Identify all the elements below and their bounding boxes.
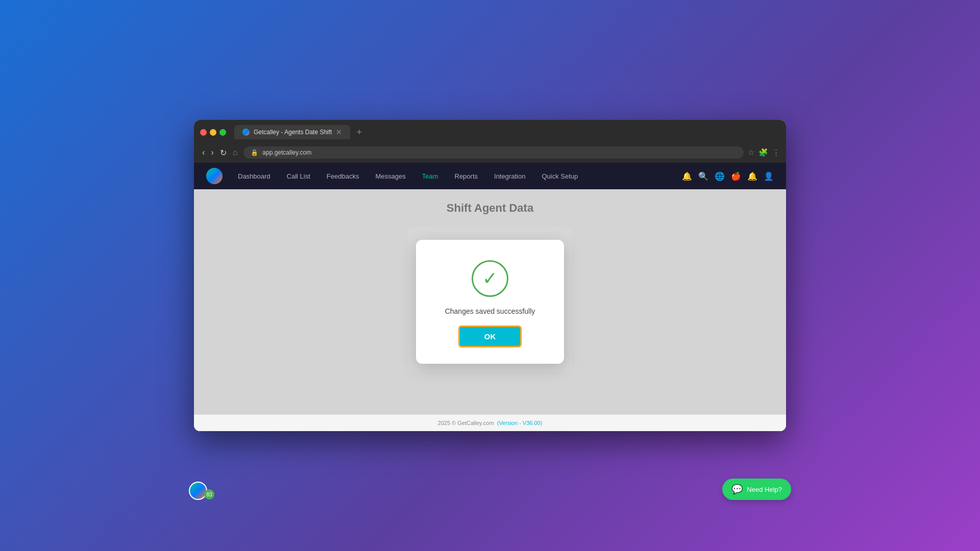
apple-icon[interactable]: 🍎 (731, 171, 741, 181)
browser-toolbar: ‹ › ↻ ⌂ 🔒 app.getcalley.com ☆ 🧩 ⋮ (194, 143, 786, 163)
nav-item-messages[interactable]: Messages (368, 169, 412, 183)
browser-titlebar: Getcalley - Agents Date Shift ✕ + (194, 120, 786, 143)
app-footer: 2025 © GetCalley.com (Version - V36.00) (194, 414, 786, 431)
maximize-button[interactable] (219, 129, 226, 136)
app-content: Dashboard Call List Feedbacks Messages T… (194, 163, 786, 431)
browser-nav-buttons: ‹ › ↻ ⌂ (200, 147, 239, 159)
back-button[interactable]: ‹ (200, 147, 207, 159)
bottom-logo-widget[interactable]: 83 (189, 482, 214, 500)
bell-icon[interactable]: 🔔 (747, 171, 757, 181)
footer-copyright: 2025 © GetCalley.com (438, 420, 494, 426)
address-bar[interactable]: 🔒 app.getcalley.com (243, 146, 744, 159)
bottom-logo-icon (189, 482, 207, 500)
whatsapp-icon: 💬 (731, 484, 743, 495)
modal-overlay: ✓ Changes saved successfully OK (194, 189, 786, 414)
page-content: Shift Agent Data From To Transfer (194, 189, 786, 414)
extensions-icon[interactable]: 🧩 (758, 148, 768, 157)
nav-item-integration[interactable]: Integration (487, 169, 532, 183)
traffic-lights (200, 129, 226, 136)
nav-item-call-list[interactable]: Call List (280, 169, 317, 183)
notification-icon[interactable]: 🔔 (682, 171, 692, 181)
browser-tab[interactable]: Getcalley - Agents Date Shift ✕ (234, 125, 350, 139)
bookmark-icon[interactable]: ☆ (748, 148, 754, 157)
success-icon-circle: ✓ (472, 260, 508, 297)
user-icon[interactable]: 👤 (764, 171, 774, 181)
nav-item-reports[interactable]: Reports (448, 169, 485, 183)
nav-item-team[interactable]: Team (415, 169, 446, 183)
app-nav: Dashboard Call List Feedbacks Messages T… (194, 163, 786, 189)
forward-button[interactable]: › (209, 147, 215, 159)
globe-icon[interactable]: 🌐 (715, 171, 725, 181)
browser-window: Getcalley - Agents Date Shift ✕ + ‹ › ↻ … (194, 120, 786, 431)
browser-actions: ☆ 🧩 ⋮ (748, 148, 780, 157)
nav-icons: 🔔 🔍 🌐 🍎 🔔 👤 (682, 171, 774, 181)
address-bar-url: app.getcalley.com (262, 149, 311, 156)
new-tab-button[interactable]: + (356, 127, 362, 138)
search-icon[interactable]: 🔍 (698, 171, 708, 181)
menu-icon[interactable]: ⋮ (772, 148, 780, 157)
tab-close-icon[interactable]: ✕ (336, 128, 342, 136)
notification-badge: 83 (204, 489, 214, 499)
nav-item-feedbacks[interactable]: Feedbacks (320, 169, 366, 183)
minimize-button[interactable] (210, 129, 216, 136)
nav-item-dashboard[interactable]: Dashboard (231, 169, 278, 183)
nav-item-quick-setup[interactable]: Quick Setup (534, 169, 585, 183)
footer-version: (Version - V36.00) (497, 420, 543, 426)
modal-message: Changes saved successfully (445, 307, 535, 315)
lock-icon: 🔒 (251, 149, 258, 156)
need-help-button[interactable]: 💬 Need Help? (722, 479, 791, 500)
home-button[interactable]: ⌂ (231, 147, 240, 159)
checkmark-icon: ✓ (482, 269, 498, 288)
need-help-label: Need Help? (747, 486, 782, 493)
reload-button[interactable]: ↻ (218, 147, 229, 159)
ok-button[interactable]: OK (458, 325, 522, 347)
browser-chrome: Getcalley - Agents Date Shift ✕ + ‹ › ↻ … (194, 120, 786, 163)
close-button[interactable] (200, 129, 207, 136)
tab-favicon-icon (242, 129, 250, 136)
app-logo[interactable] (206, 168, 223, 184)
success-modal: ✓ Changes saved successfully OK (416, 240, 564, 364)
tab-title: Getcalley - Agents Date Shift (254, 129, 332, 136)
